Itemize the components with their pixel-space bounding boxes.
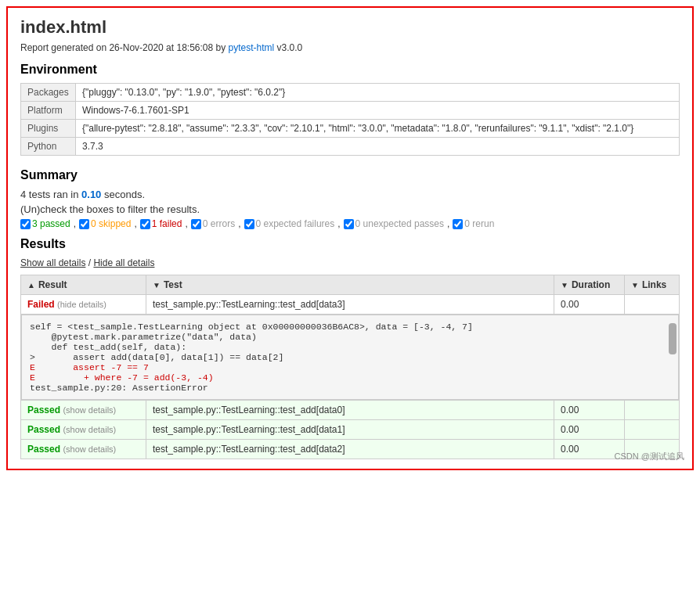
checkbox-errors[interactable] — [191, 219, 201, 229]
summary-heading: Summary — [20, 168, 680, 182]
result-status: Passed — [27, 424, 60, 435]
hide-all-details-link[interactable]: Hide all details — [93, 257, 154, 268]
col-header-result: ▲Result — [21, 275, 146, 295]
detail-link[interactable]: (show details) — [63, 444, 116, 454]
main-container: index.html Report generated on 26-Nov-20… — [6, 6, 694, 470]
report-meta: Report generated on 26-Nov-2020 at 18:56… — [20, 42, 680, 53]
duration-cell: 0.00 — [554, 295, 625, 315]
test-name-cell: test_sample.py::TestLearning::test_add[d… — [146, 420, 554, 440]
details-links: Show all details / Hide all details — [20, 257, 680, 268]
detail-link[interactable]: (show details) — [63, 425, 116, 434]
filter-xfailed[interactable]: 0 expected failures — [244, 218, 335, 229]
code-row: self = <test_sample.TestLearning object … — [21, 315, 680, 401]
detail-link[interactable]: (show details) — [63, 405, 116, 415]
environment-heading: Environment — [20, 63, 680, 77]
tests-ran-line: 4 tests ran in 0.10 seconds. — [20, 189, 680, 200]
checkbox-xpassed[interactable] — [344, 219, 354, 229]
env-row: Packages{"pluggy": "0.13.0", "py": "1.9.… — [21, 84, 680, 102]
col-header-links: ▼Links — [625, 275, 680, 295]
result-cell: Passed (show details) — [21, 401, 146, 420]
links-cell — [625, 420, 680, 440]
scrollbar-indicator[interactable] — [669, 323, 677, 354]
filter-instruction: (Un)check the boxes to filter the result… — [20, 203, 680, 215]
filter-rerun[interactable]: 0 rerun — [453, 218, 494, 229]
table-row: Failed (hide details) test_sample.py::Te… — [21, 295, 680, 315]
pytest-html-link[interactable]: pytest-html — [229, 42, 275, 53]
result-cell: Passed (show details) — [21, 420, 146, 440]
result-status: Failed — [27, 299, 55, 310]
table-row: Passed (show details) test_sample.py::Te… — [21, 420, 680, 440]
result-cell: Failed (hide details) — [21, 295, 146, 315]
duration-cell: 0.00 — [554, 401, 625, 420]
checkbox-skipped[interactable] — [79, 219, 89, 229]
env-row: Python3.7.3 — [21, 138, 680, 156]
env-row: Plugins{"allure-pytest": "2.8.18", "assu… — [21, 120, 680, 138]
duration-cell: 0.00 — [554, 420, 625, 440]
checkbox-passed[interactable] — [20, 219, 31, 229]
col-header-duration: ▼Duration — [554, 275, 625, 295]
filter-errors[interactable]: 0 errors — [191, 218, 235, 229]
links-cell — [625, 401, 680, 420]
results-table: ▲Result ▼Test ▼Duration ▼Links Failed (h… — [20, 275, 680, 459]
col-header-test: ▼Test — [146, 275, 554, 295]
results-section: Show all details / Hide all details ▲Res… — [20, 257, 680, 459]
time-value: 0.10 — [81, 189, 101, 200]
code-block: self = <test_sample.TestLearning object … — [21, 315, 679, 400]
filter-xpassed[interactable]: 0 unexpected passes — [344, 218, 444, 229]
checkbox-failed[interactable] — [140, 219, 150, 229]
test-name-cell: test_sample.py::TestLearning::test_add[d… — [146, 440, 554, 459]
results-heading: Results — [20, 237, 680, 251]
checkbox-filters: 3 passed, 0 skipped, 1 failed, 0 errors,… — [20, 218, 680, 229]
detail-link[interactable]: (hide details) — [57, 300, 106, 309]
env-row: PlatformWindows-7-6.1.7601-SP1 — [21, 102, 680, 120]
test-name-cell: test_sample.py::TestLearning::test_add[d… — [146, 401, 554, 420]
result-status: Passed — [27, 405, 60, 415]
filter-passed[interactable]: 3 passed — [20, 218, 70, 229]
watermark: CSDN @测试追风 — [615, 451, 684, 462]
table-row: Passed (show details) test_sample.py::Te… — [21, 401, 680, 420]
test-name-cell: test_sample.py::TestLearning::test_add[d… — [146, 295, 554, 315]
result-cell: Passed (show details) — [21, 440, 146, 459]
environment-table: Packages{"pluggy": "0.13.0", "py": "1.9.… — [20, 83, 680, 156]
filter-failed[interactable]: 1 failed — [140, 218, 182, 229]
result-status: Passed — [27, 444, 60, 455]
filter-skipped[interactable]: 0 skipped — [79, 218, 131, 229]
checkbox-xfailed[interactable] — [244, 219, 254, 229]
page-title: index.html — [20, 17, 680, 38]
summary-section: 4 tests ran in 0.10 seconds. (Un)check t… — [20, 189, 680, 229]
show-all-details-link[interactable]: Show all details — [20, 257, 85, 268]
table-row: Passed (show details) test_sample.py::Te… — [21, 440, 680, 459]
checkbox-rerun[interactable] — [453, 219, 463, 229]
links-cell — [625, 295, 680, 315]
